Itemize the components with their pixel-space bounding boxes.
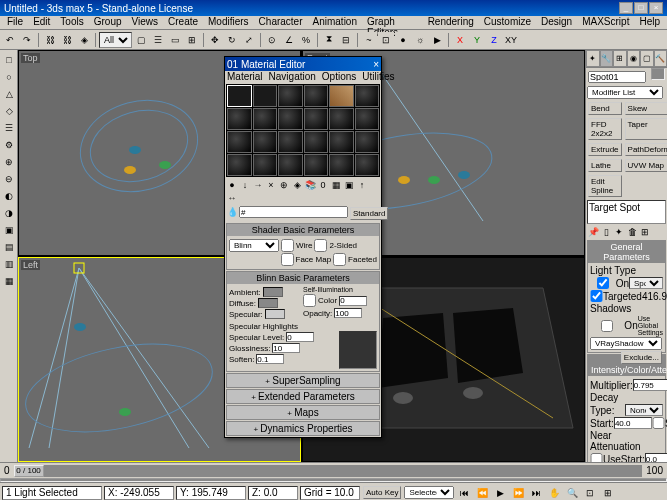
- mat-effects-button[interactable]: 0: [317, 179, 329, 191]
- motion-tab[interactable]: ◉: [627, 50, 641, 67]
- multiplier-spinner[interactable]: [633, 379, 667, 391]
- modify-tab[interactable]: 🔧: [600, 50, 614, 67]
- max-viewport-button[interactable]: ⊞: [600, 485, 616, 501]
- mat-slot-12[interactable]: [355, 108, 380, 130]
- redo-button[interactable]: ↷: [19, 32, 35, 48]
- auto-key-button[interactable]: Auto Key: [363, 486, 401, 499]
- goto-end-button[interactable]: ⏭: [528, 485, 544, 501]
- modstack-item[interactable]: Target Spot: [589, 202, 640, 213]
- face-map-checkbox[interactable]: [281, 253, 294, 266]
- time-slider[interactable]: 0 0 / 100 100: [0, 462, 667, 478]
- menu-group[interactable]: Group: [89, 16, 127, 29]
- selection-filter-dropdown[interactable]: All: [99, 32, 132, 48]
- unique-button[interactable]: ✦: [613, 226, 625, 238]
- play-button[interactable]: ▶: [492, 485, 508, 501]
- make-unique-button[interactable]: ◈: [291, 179, 303, 191]
- mod-taper[interactable]: Taper: [625, 118, 667, 140]
- put-material-button[interactable]: ↓: [239, 179, 251, 191]
- next-frame-button[interactable]: ⏩: [510, 485, 526, 501]
- reactor-btn-6[interactable]: ⚙: [1, 137, 17, 153]
- zoom-button[interactable]: 🔍: [564, 485, 580, 501]
- time-slider-thumb[interactable]: 0 / 100: [14, 465, 44, 477]
- show-map-button[interactable]: ▦: [330, 179, 342, 191]
- opacity-spinner[interactable]: [334, 308, 362, 318]
- schematic-button[interactable]: ⊡: [378, 32, 394, 48]
- maximize-button[interactable]: □: [634, 2, 648, 14]
- reactor-btn-2[interactable]: ○: [1, 69, 17, 85]
- menu-design[interactable]: Design: [536, 16, 577, 29]
- mirror-button[interactable]: ⧗: [321, 32, 337, 48]
- self-illum-spinner[interactable]: [339, 296, 367, 306]
- reactor-btn-3[interactable]: △: [1, 86, 17, 102]
- mat-slot-13[interactable]: [227, 131, 252, 153]
- reactor-btn-11[interactable]: ▣: [1, 222, 17, 238]
- menu-graph-editors[interactable]: Graph Editors: [362, 16, 423, 29]
- mat-slot-9[interactable]: [278, 108, 303, 130]
- coords-y[interactable]: Y: 195.749: [176, 486, 246, 500]
- link-button[interactable]: ⛓: [42, 32, 58, 48]
- mat-slot-14[interactable]: [253, 131, 278, 153]
- put-library-button[interactable]: 📚: [304, 179, 316, 191]
- slider-track[interactable]: 0 / 100: [14, 465, 643, 477]
- unlink-button[interactable]: ⛓: [59, 32, 75, 48]
- goto-start-button[interactable]: ⏮: [456, 485, 472, 501]
- menu-edit[interactable]: Edit: [28, 16, 55, 29]
- display-tab[interactable]: ▢: [640, 50, 654, 67]
- modifier-stack[interactable]: Target Spot: [587, 200, 666, 224]
- mat-menu-options[interactable]: Options: [322, 71, 356, 83]
- reactor-btn-7[interactable]: ⊕: [1, 154, 17, 170]
- blinn-basic-rollout[interactable]: Blinn Basic Parameters: [227, 272, 379, 284]
- mat-slot-5[interactable]: [329, 85, 354, 107]
- mat-slot-21[interactable]: [278, 154, 303, 176]
- decay-show-checkbox[interactable]: [652, 417, 665, 429]
- mat-slot-10[interactable]: [304, 108, 329, 130]
- keymode-select[interactable]: Selected: [404, 486, 454, 499]
- close-button[interactable]: ×: [649, 2, 663, 14]
- axis-x-button[interactable]: X: [452, 32, 468, 48]
- modifier-list-dropdown[interactable]: Modifier List: [587, 86, 663, 99]
- menu-views[interactable]: Views: [127, 16, 164, 29]
- mod-extrude[interactable]: Extrude: [588, 143, 622, 156]
- mod-uvwmap[interactable]: UVW Map: [625, 159, 667, 172]
- get-material-button[interactable]: ●: [226, 179, 238, 191]
- mat-slot-17[interactable]: [329, 131, 354, 153]
- material-editor-button[interactable]: ●: [395, 32, 411, 48]
- material-name-field[interactable]: [239, 206, 348, 218]
- mat-slot-23[interactable]: [329, 154, 354, 176]
- menu-modifiers[interactable]: Modifiers: [203, 16, 254, 29]
- utilities-tab[interactable]: 🔨: [654, 50, 668, 67]
- mat-slot-22[interactable]: [304, 154, 329, 176]
- dynamics-rollout[interactable]: + Dynamics Properties: [226, 421, 380, 436]
- select-region-button[interactable]: ▭: [167, 32, 183, 48]
- mat-menu-navigation[interactable]: Navigation: [269, 71, 316, 83]
- mat-slot-2[interactable]: [253, 85, 278, 107]
- rollout-general-params[interactable]: General Parameters: [588, 241, 665, 263]
- menu-maxscript[interactable]: MAXScript: [577, 16, 634, 29]
- supersampling-rollout[interactable]: + SuperSampling: [226, 373, 380, 388]
- soften-spinner[interactable]: [256, 354, 284, 364]
- near-use-checkbox[interactable]: [590, 453, 603, 462]
- reactor-btn-10[interactable]: ◑: [1, 205, 17, 221]
- light-on-checkbox[interactable]: [590, 277, 616, 289]
- light-type-select[interactable]: Spot: [629, 277, 663, 289]
- go-sibling-button[interactable]: ↔: [226, 192, 238, 204]
- extended-params-rollout[interactable]: + Extended Parameters: [226, 389, 380, 404]
- object-name-field[interactable]: [588, 71, 646, 83]
- mod-pathdeform[interactable]: PathDeform: [625, 143, 667, 156]
- assign-material-button[interactable]: →: [252, 179, 264, 191]
- two-sided-checkbox[interactable]: [314, 239, 327, 252]
- diffuse-color-swatch[interactable]: [258, 298, 278, 308]
- shader-type-select[interactable]: Blinn: [229, 239, 279, 252]
- reactor-btn-4[interactable]: ◇: [1, 103, 17, 119]
- axis-z-button[interactable]: Z: [486, 32, 502, 48]
- ambient-color-swatch[interactable]: [263, 287, 283, 297]
- shadows-on-checkbox[interactable]: [590, 320, 624, 332]
- reactor-btn-12[interactable]: ▤: [1, 239, 17, 255]
- menu-tools[interactable]: Tools: [55, 16, 88, 29]
- coords-x[interactable]: X: -249.055: [104, 486, 174, 500]
- mat-slot-11[interactable]: [329, 108, 354, 130]
- reactor-btn-1[interactable]: □: [1, 52, 17, 68]
- undo-button[interactable]: ↶: [2, 32, 18, 48]
- maps-rollout[interactable]: + Maps: [226, 405, 380, 420]
- faceted-checkbox[interactable]: [333, 253, 346, 266]
